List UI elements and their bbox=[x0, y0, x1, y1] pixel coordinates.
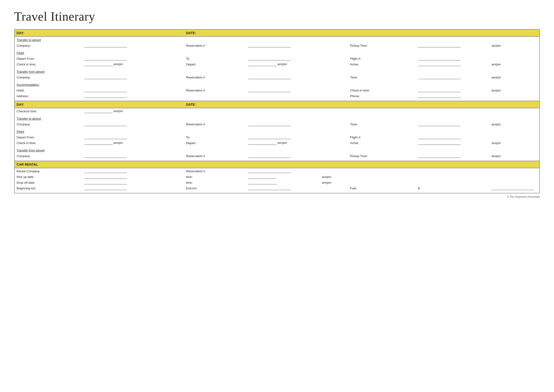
section1-header-empty bbox=[348, 29, 540, 36]
ampm-depart-1: am/pm bbox=[277, 62, 287, 66]
transfer-from-airport-title-row-1: Transfer from airport bbox=[14, 69, 540, 74]
time-label-2: Time: bbox=[348, 121, 416, 127]
car-rental-row1: Rental Company: Reservation # bbox=[14, 168, 540, 174]
ampm-pickup: am/pm bbox=[320, 174, 348, 180]
section2-header-empty bbox=[348, 101, 540, 108]
ampm-depart-2: am/pm bbox=[277, 141, 287, 145]
accommodation-row1: Hotel: Reservation # Check-in time: am/p… bbox=[14, 87, 540, 93]
checkin-time-label: Check-in time: bbox=[348, 87, 416, 93]
hotel-field bbox=[83, 87, 156, 93]
checkout-field: am/pm bbox=[83, 108, 156, 114]
ampm-checkout: am/pm bbox=[113, 109, 123, 113]
end-km-label: End km: bbox=[184, 185, 247, 191]
transfer-to-airport-row: Company: Reservation # Pickup Time: am/p… bbox=[14, 43, 540, 48]
depart-from-field-2 bbox=[83, 134, 156, 140]
pickup-time-field-2 bbox=[416, 153, 490, 159]
check-in-label-2: Check in time: bbox=[14, 140, 83, 146]
check-in-field-2: am/pm bbox=[83, 140, 156, 146]
transfer-to-airport-label: Transfer to airport bbox=[17, 38, 41, 42]
company-field-2 bbox=[83, 121, 156, 127]
company-label-tfa-1: Company: bbox=[14, 74, 83, 80]
ampm-tfa-1: am/pm bbox=[490, 74, 540, 80]
section2-day-label: DAY: bbox=[14, 101, 184, 108]
address-field bbox=[83, 93, 156, 99]
section2-header-row: DAY: DATE: bbox=[14, 101, 540, 108]
ampm-arrive-2: am/pm bbox=[490, 140, 540, 146]
transfer-to-airport-row-2: Company: Reservation # Time: am/pm bbox=[14, 121, 540, 127]
transfer-to-airport-label-2: Transfer to airport bbox=[17, 117, 41, 120]
checkout-row: Checkout time: am/pm bbox=[14, 108, 540, 114]
flight-label-2: Flight bbox=[17, 130, 24, 133]
depart-from-field-1 bbox=[83, 56, 156, 61]
time-field-2 bbox=[416, 121, 490, 127]
section2-date-label: DATE: bbox=[184, 101, 348, 108]
checkout-label: Checkout time: bbox=[14, 108, 83, 114]
arrive-label-1: Arrive: bbox=[348, 61, 416, 67]
dollar-sign: $ bbox=[416, 185, 490, 191]
reservation-field-tfa-2 bbox=[246, 153, 320, 159]
reservation-label-tfa-1: Reservation # bbox=[184, 74, 247, 80]
time-label-tfa-1: Time: bbox=[348, 74, 416, 80]
end-km-field bbox=[246, 185, 320, 191]
transfer-from-airport-row-1: Company: Reservation # Time: am/pm bbox=[14, 74, 540, 80]
section1-date-label: DATE: bbox=[184, 29, 348, 36]
flight-num-label-2: Flight #: bbox=[348, 134, 416, 140]
flight-title-row-1: Flight bbox=[14, 50, 540, 56]
arrive-field-2 bbox=[416, 140, 490, 146]
itinerary-table: DAY: DATE: Transfer to airport Company: … bbox=[14, 29, 540, 193]
ampm-checkin-2: am/pm bbox=[113, 141, 123, 145]
ampm-dropoff: am/pm bbox=[320, 180, 348, 185]
accommodation-title-row: Accommodation: bbox=[14, 82, 540, 87]
reservation-label-acc: Reservation # bbox=[184, 87, 247, 93]
ampm-checkin-1: am/pm bbox=[113, 62, 123, 66]
transfer-to-airport-title-row: Transfer to airport bbox=[14, 36, 540, 43]
section1-header-row: DAY: DATE: bbox=[14, 29, 540, 36]
car-rental-row3: Drop off date: time: am/pm bbox=[14, 180, 540, 185]
time-field-tfa-1 bbox=[416, 74, 490, 80]
hotel-label: Hotel: bbox=[14, 87, 83, 93]
depart-field-2: am/pm bbox=[246, 140, 320, 146]
reservation-field-acc bbox=[246, 87, 320, 93]
page-title: Travel Itinerary bbox=[14, 9, 540, 23]
reservation-label-2: Reservation # bbox=[184, 121, 247, 127]
accommodation-label: Accommodation: bbox=[17, 83, 40, 86]
pickup-time-label-2: Pickup Time: bbox=[348, 153, 416, 159]
flight-row1-2: Depart From: To: Flight #: bbox=[14, 134, 540, 140]
section1-day-label: DAY: bbox=[14, 29, 184, 36]
pickup-date-field bbox=[83, 174, 156, 180]
reservation-label-1: Reservation # bbox=[184, 43, 247, 48]
rental-company-label: Rental Company: bbox=[14, 168, 83, 174]
ampm-tfa-2: am/pm bbox=[490, 153, 540, 159]
transfer-from-airport-row-2: Company: Reservation # Pickup Time: am/p… bbox=[14, 153, 540, 159]
checkin-time-field bbox=[416, 87, 490, 93]
transfer-from-airport-label-2: Transfer from airport bbox=[17, 149, 45, 152]
check-in-label-1: Check in time: bbox=[14, 61, 83, 67]
to-label-1: To: bbox=[184, 56, 247, 61]
reservation-label-tfa-2: Reservation # bbox=[184, 153, 247, 159]
to-label-2: To: bbox=[184, 134, 247, 140]
phone-field bbox=[416, 93, 540, 99]
car-rental-header-row: CAR RENTAL bbox=[14, 161, 540, 168]
reservation-field-1 bbox=[246, 43, 320, 48]
reservation-field-2 bbox=[246, 121, 320, 127]
rental-company-field bbox=[83, 168, 156, 174]
begin-km-label: Beginning km: bbox=[14, 185, 83, 191]
pickup-time-label-1: Pickup Time: bbox=[348, 43, 416, 48]
transfer-from-airport-label-1: Transfer from airport bbox=[17, 70, 45, 73]
transfer-from-airport-title-row-2: Transfer from airport bbox=[14, 148, 540, 153]
begin-km-field bbox=[83, 185, 156, 191]
address-label: Address: bbox=[14, 93, 83, 99]
company-label-tfa-2: Company: bbox=[14, 153, 83, 159]
flight-num-field-1 bbox=[416, 56, 540, 61]
car-time2-label: time: bbox=[184, 180, 247, 185]
car-rental-label: CAR RENTAL bbox=[14, 161, 540, 168]
car-time-field bbox=[246, 174, 320, 180]
depart-field-1: am/pm bbox=[246, 61, 320, 67]
car-reservation-field bbox=[246, 168, 490, 174]
car-reservation-label: Reservation # bbox=[184, 168, 247, 174]
arrive-field-1 bbox=[416, 61, 490, 67]
depart-from-label-2: Depart From: bbox=[14, 134, 83, 140]
depart-label-2: Depart: bbox=[184, 140, 247, 146]
dropoff-field bbox=[83, 180, 156, 185]
accommodation-row2: Address: Phone: bbox=[14, 93, 540, 99]
